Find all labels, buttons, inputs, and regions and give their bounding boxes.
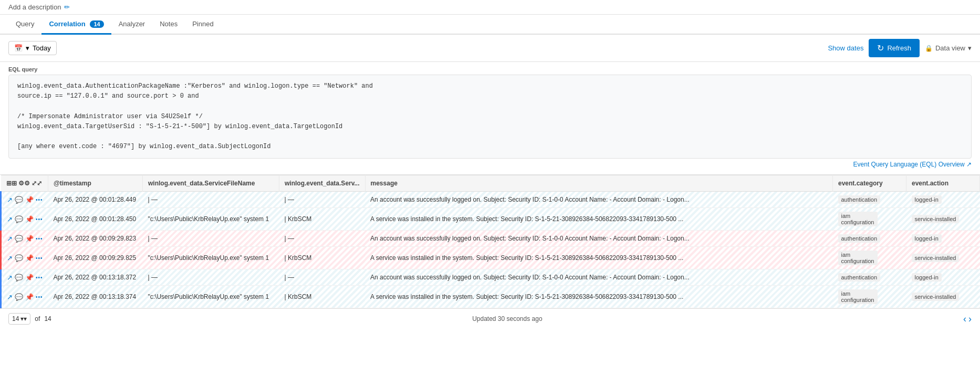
prev-page-button[interactable]: ‹ <box>963 314 966 325</box>
cell-action: logged-in <box>906 269 980 286</box>
cell-category: authentication <box>833 269 906 286</box>
eql-line-1: winlog.event_data.AuthenticationPackageN… <box>17 81 963 91</box>
comment-icon[interactable]: 💬 <box>15 293 23 301</box>
eql-code-block: winlog.event_data.AuthenticationPackageN… <box>8 75 972 159</box>
col-header-timestamp[interactable]: @timestamp <box>48 175 143 192</box>
calendar-icon <box>14 44 23 52</box>
pin-icon[interactable]: 📌 <box>25 235 34 243</box>
top-bar: Add a description ✏ <box>0 0 980 15</box>
gear-icon[interactable]: ⚙ <box>18 180 30 187</box>
expand-row-icon[interactable]: ↗ <box>7 254 13 262</box>
table-row: ↗ 💬 📌 ••• Apr 26, 2022 @ 00:09:29.823 | … <box>1 231 980 247</box>
description-text: Add a description <box>8 3 61 11</box>
cell-action: logged-in <box>906 192 980 208</box>
comment-icon[interactable]: 💬 <box>15 274 23 282</box>
more-icon[interactable]: ••• <box>36 216 43 222</box>
tab-pinned[interactable]: Pinned <box>185 15 221 35</box>
col-header-serv[interactable]: winlog.event_data.Serv... <box>279 175 366 192</box>
cell-action: service-installed <box>906 208 980 231</box>
row-actions: ↗ 💬 📌 ••• <box>7 254 43 262</box>
pin-icon[interactable]: 📌 <box>25 254 34 262</box>
cell-serv: | KrbSCM <box>279 208 366 231</box>
data-view-label: Data view <box>935 44 965 52</box>
col-header-actions: ⊞ ⚙ ⤢ <box>1 175 48 192</box>
cell-category: authentication <box>833 231 906 247</box>
show-dates-label: Show dates <box>828 44 863 52</box>
more-icon[interactable]: ••• <box>36 236 43 242</box>
eql-link-container: Event Query Language (EQL) Overview ↗ <box>8 159 972 170</box>
col-header-message[interactable]: message <box>365 175 832 192</box>
cell-servicefilename: "c:\Users\Public\KrbRelayUp.exe" system … <box>143 208 279 231</box>
row-actions-cell: ↗ 💬 📌 ••• <box>1 192 48 208</box>
expand-icon[interactable]: ⤢ <box>32 180 42 187</box>
table-row: ↗ 💬 📌 ••• Apr 26, 2022 @ 00:09:29.825 "c… <box>1 247 980 269</box>
table-row: ↗ 💬 📌 ••• Apr 26, 2022 @ 00:13:18.372 | … <box>1 269 980 286</box>
col-header-servicefilename[interactable]: winlog.event_data.ServiceFileName <box>143 175 279 192</box>
page-navigation: ‹ › <box>963 314 972 325</box>
comment-icon[interactable]: 💬 <box>15 235 23 243</box>
cell-serv: | — <box>279 269 366 286</box>
cell-category: authentication <box>833 192 906 208</box>
cell-category: iamconfiguration <box>833 247 906 269</box>
expand-row-icon[interactable]: ↗ <box>7 196 13 204</box>
cell-timestamp: Apr 26, 2022 @ 00:13:18.372 <box>48 269 143 286</box>
pencil-icon: ✏ <box>64 3 70 11</box>
cell-action: logged-in <box>906 231 980 247</box>
eql-line-7: [any where event.code : "4697"] by winlo… <box>17 142 963 152</box>
eql-overview-link[interactable]: Event Query Language (EQL) Overview ↗ <box>853 161 972 168</box>
cell-servicefilename: "c:\Users\Public\KrbRelayUp.exe" system … <box>143 286 279 308</box>
expand-row-icon[interactable]: ↗ <box>7 274 13 282</box>
col-header-action[interactable]: event.action <box>906 175 980 192</box>
correlation-badge: 14 <box>90 20 103 28</box>
next-page-button[interactable]: › <box>968 314 972 325</box>
pin-icon[interactable]: 📌 <box>25 215 34 223</box>
tabs-bar: Query Correlation 14 Analyzer Notes Pinn… <box>0 15 980 35</box>
per-page-chevron-icon: ▾ <box>20 315 27 322</box>
more-icon[interactable]: ••• <box>36 255 43 261</box>
more-icon[interactable]: ••• <box>36 275 43 280</box>
results-table: ⊞ ⚙ ⤢ @timestamp winlog.event_data.Servi… <box>0 175 980 308</box>
cell-serv: | KrbSCM <box>279 286 366 308</box>
lock-icon <box>925 44 933 52</box>
table-row: ↗ 💬 📌 ••• Apr 26, 2022 @ 00:01:28.449 | … <box>1 192 980 208</box>
eql-section: EQL query winlog.event_data.Authenticati… <box>0 62 980 175</box>
expand-row-icon[interactable]: ↗ <box>7 235 13 243</box>
tab-notes[interactable]: Notes <box>152 15 185 35</box>
row-actions: ↗ 💬 📌 ••• <box>7 274 43 282</box>
date-label: Today <box>33 44 51 52</box>
cell-servicefilename: "c:\Users\Public\KrbRelayUp.exe" system … <box>143 247 279 269</box>
expand-row-icon[interactable]: ↗ <box>7 215 13 223</box>
pin-icon[interactable]: 📌 <box>25 274 34 282</box>
pin-icon[interactable]: 📌 <box>25 293 34 301</box>
tab-analyzer[interactable]: Analyzer <box>111 15 153 35</box>
comment-icon[interactable]: 💬 <box>15 196 23 204</box>
table-header-row: ⊞ ⚙ ⤢ @timestamp winlog.event_data.Servi… <box>1 175 980 192</box>
tab-query[interactable]: Query <box>8 15 41 35</box>
cell-message: An account was successfully logged on. S… <box>365 192 832 208</box>
cell-serv: | — <box>279 231 366 247</box>
more-icon[interactable]: ••• <box>36 294 43 300</box>
col-header-category[interactable]: event.category <box>833 175 906 192</box>
cell-serv: | KrbSCM <box>279 247 366 269</box>
eql-line-4: /* Impersonate Administrator user via S4… <box>17 112 963 122</box>
per-page-selector[interactable]: 14 ▾ <box>8 313 30 325</box>
eql-line-3 <box>17 101 963 111</box>
comment-icon[interactable]: 💬 <box>15 254 23 262</box>
row-actions: ↗ 💬 📌 ••• <box>7 293 43 301</box>
refresh-button[interactable]: Refresh <box>869 39 920 57</box>
data-view-button[interactable]: Data view <box>925 44 972 52</box>
date-picker-button[interactable]: Today <box>8 41 57 55</box>
row-actions-cell: ↗ 💬 📌 ••• <box>1 286 48 308</box>
cell-message: A service was installed in the system. S… <box>365 208 832 231</box>
pin-icon[interactable]: 📌 <box>25 196 34 204</box>
more-icon[interactable]: ••• <box>36 197 43 203</box>
cell-message: A service was installed in the system. S… <box>365 247 832 269</box>
tab-correlation[interactable]: Correlation 14 <box>41 15 111 35</box>
expand-row-icon[interactable]: ↗ <box>7 293 13 301</box>
table-footer: 14 ▾ of 14 Updated 30 seconds ago ‹ › <box>0 308 980 329</box>
comment-icon[interactable]: 💬 <box>15 215 23 223</box>
cell-category: iamconfiguration <box>833 208 906 231</box>
add-description-button[interactable]: Add a description ✏ <box>8 3 70 11</box>
show-dates-button[interactable]: Show dates <box>828 44 863 52</box>
cell-serv: | — <box>279 192 366 208</box>
